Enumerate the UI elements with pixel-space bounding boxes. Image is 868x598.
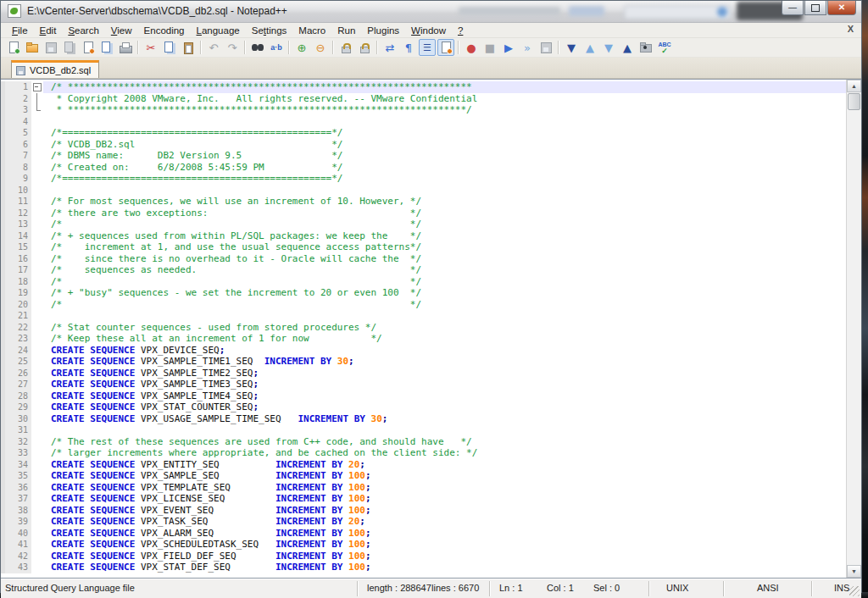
code-line[interactable]: 26CREATE SEQUENCE VPX_SAMPLE_TIME2_SEQ; <box>1 368 846 379</box>
code-line[interactable]: 23/* Keep these all at an increment of 1… <box>1 333 846 345</box>
macro-save-button[interactable] <box>537 39 554 56</box>
code-line[interactable]: 20/* */ <box>1 299 846 311</box>
code-line[interactable]: 24CREATE SEQUENCE VPX_DEVICE_SEQ; <box>1 345 846 357</box>
code-line[interactable]: 35CREATE SEQUENCE VPX_SAMPLE_SEQ INCREME… <box>1 470 846 482</box>
menu-item-macro[interactable]: Macro <box>292 25 331 36</box>
code-line[interactable]: 2 * Copyright 2008 VMware, Inc. All righ… <box>1 93 846 105</box>
code-line[interactable]: 27CREATE SEQUENCE VPX_SAMPLE_TIME3_SEQ; <box>1 379 846 390</box>
tab-vcdb-db2-sql[interactable]: VCDB_db2.sql <box>11 60 99 78</box>
cut-button[interactable]: ✂ <box>142 39 159 56</box>
uncollapse-level-button[interactable]: ▲ <box>581 39 598 56</box>
minimize-button[interactable]: — <box>782 1 804 15</box>
menu-item-plugins[interactable]: Plugins <box>361 25 405 36</box>
save-button[interactable] <box>42 39 59 56</box>
fold-collapse-icon[interactable] <box>31 81 43 93</box>
replace-button[interactable]: a·b <box>268 39 285 56</box>
menu-item-run[interactable]: Run <box>331 25 361 36</box>
code-line[interactable]: 9/*=====================================… <box>1 173 846 185</box>
code-line[interactable]: 43CREATE SEQUENCE VPX_STAT_DEF_SEQ INCRE… <box>1 562 846 573</box>
close-all-button[interactable] <box>98 39 115 56</box>
undo-button[interactable]: ↶ <box>205 39 222 56</box>
code-line[interactable]: 10 <box>1 185 846 197</box>
code-line[interactable]: 3 * ************************************… <box>1 104 846 116</box>
insert-mode[interactable]: INS <box>834 583 849 593</box>
code-area[interactable]: 1/* ************************************… <box>1 80 846 578</box>
code-line[interactable]: 16/* since there is no overhead to it - … <box>1 253 846 265</box>
code-line[interactable]: 21 <box>1 310 846 322</box>
macro-stop-button[interactable]: ■ <box>481 39 498 56</box>
code-line[interactable]: 37CREATE SEQUENCE VPX_LICENSE_SEQ INCREM… <box>1 493 846 505</box>
code-line[interactable]: 39CREATE SEQUENCE VPX_TASK_SEQ INCREMENT… <box>1 516 846 528</box>
code-line[interactable]: 28CREATE SEQUENCE VPX_SAMPLE_TIME4_SEQ; <box>1 390 846 402</box>
code-line[interactable]: 22/* Stat counter sequences - used from … <box>1 322 846 334</box>
code-line[interactable]: 12/* there are two exceptions: */ <box>1 208 846 219</box>
code-line[interactable]: 38CREATE SEQUENCE VPX_EVENT_SEQ INCREMEN… <box>1 505 846 517</box>
unfold-all-button[interactable]: ▲ <box>619 39 636 56</box>
menu-item-language[interactable]: Language <box>191 25 246 36</box>
macro-record-button[interactable]: ● <box>463 39 480 56</box>
copy-button[interactable] <box>161 39 178 56</box>
zoom-in-button[interactable]: ⊕ <box>293 39 310 56</box>
word-wrap-button[interactable]: ⇄ <box>381 39 398 56</box>
open-file-button[interactable] <box>24 39 41 56</box>
code-line[interactable]: 1/* ************************************… <box>1 81 846 93</box>
code-line[interactable]: 29CREATE SEQUENCE VPX_STAT_COUNTER_SEQ; <box>1 401 846 413</box>
code-line[interactable]: 31 <box>1 424 846 436</box>
close-document-x-button[interactable]: X <box>848 24 854 34</box>
scroll-down-button[interactable]: ▼ <box>847 565 861 578</box>
menu-item-search[interactable]: Search <box>62 25 104 36</box>
code-line[interactable]: 30CREATE SEQUENCE VPX_USAGE_SAMPLE_TIME_… <box>1 413 846 425</box>
code-line[interactable]: 32/* The rest of these sequences are use… <box>1 436 846 448</box>
sync-vertical-scroll-button[interactable] <box>337 39 354 56</box>
spell-check-button[interactable]: ABC✓ <box>656 39 673 56</box>
scrollbar-thumb[interactable] <box>848 93 860 110</box>
code-line[interactable]: 5/*=====================================… <box>1 127 846 139</box>
code-line[interactable]: 11/* For most sequences, we will use an … <box>1 196 846 208</box>
menu-item-view[interactable]: View <box>105 25 138 36</box>
code-line[interactable]: 33/* larger increments where appropriate… <box>1 447 846 459</box>
maximize-button[interactable] <box>804 1 826 15</box>
doc-switcher-button[interactable] <box>637 39 654 56</box>
code-line[interactable]: 19/* + "busy" sequences - we set the inc… <box>1 287 846 299</box>
menu-item-window[interactable]: Window <box>405 25 452 36</box>
zoom-out-button[interactable]: ⊖ <box>312 39 329 56</box>
user-defined-dialog-button[interactable] <box>437 39 454 56</box>
code-line[interactable]: 7/* DBMS name: DB2 Version 9.5 */ <box>1 150 846 162</box>
code-line[interactable]: 18/* */ <box>1 276 846 288</box>
code-line[interactable]: 34CREATE SEQUENCE VPX_ENTITY_SEQ INCREME… <box>1 459 846 471</box>
show-all-characters-button[interactable]: ¶ <box>400 39 417 56</box>
fold-all-button[interactable]: ▼ <box>563 39 580 56</box>
eol-format[interactable]: UNIX <box>666 583 688 593</box>
resize-grip[interactable] <box>849 586 860 596</box>
new-file-button[interactable] <box>5 39 22 56</box>
code-line[interactable]: 17/* sequences as needed. */ <box>1 264 846 276</box>
redo-button[interactable]: ↷ <box>224 39 241 56</box>
code-line[interactable]: 14/* + sequences used from within PL/SQL… <box>1 230 846 242</box>
close-file-button[interactable] <box>80 39 97 56</box>
scroll-up-button[interactable]: ▲ <box>847 80 861 92</box>
vertical-scrollbar[interactable]: ▲ ▼ <box>846 80 861 578</box>
menu-item-file[interactable]: File <box>6 25 34 36</box>
code-line[interactable]: 36CREATE SEQUENCE VPX_TEMPLATE_SEQ INCRE… <box>1 482 846 494</box>
title-bar[interactable]: E:\vCenter-Server\dbschema\VCDB_db2.sql … <box>1 1 861 23</box>
menu-item-edit[interactable]: Edit <box>34 25 63 36</box>
code-line[interactable]: 4 <box>1 116 846 128</box>
collapse-level-button[interactable]: ▼ <box>600 39 617 56</box>
code-line[interactable]: 25CREATE SEQUENCE VPX_SAMPLE_TIME1_SEQ I… <box>1 356 846 368</box>
code-line[interactable]: 42CREATE SEQUENCE VPX_FIELD_DEF_SEQ INCR… <box>1 551 846 562</box>
save-all-button[interactable] <box>61 39 78 56</box>
macro-play-button[interactable]: ▶ <box>500 39 517 56</box>
sync-horizontal-scroll-button[interactable] <box>356 39 373 56</box>
encoding[interactable]: ANSI <box>757 583 779 593</box>
paste-button[interactable] <box>180 39 197 56</box>
print-button[interactable] <box>117 39 134 56</box>
menu-item-settings[interactable]: Settings <box>246 25 293 36</box>
menu-item-encoding[interactable]: Encoding <box>138 25 191 36</box>
find-button[interactable] <box>249 39 266 56</box>
code-line[interactable]: 15/* increment at 1, and use the usual s… <box>1 241 846 253</box>
indent-guide-button[interactable]: ☰ <box>419 39 436 56</box>
close-button[interactable]: ✕ <box>827 1 856 15</box>
macro-run-multiple-button[interactable]: » <box>519 39 536 56</box>
code-line[interactable]: 13/* */ <box>1 219 846 230</box>
menu-item-help[interactable]: ? <box>452 25 469 36</box>
